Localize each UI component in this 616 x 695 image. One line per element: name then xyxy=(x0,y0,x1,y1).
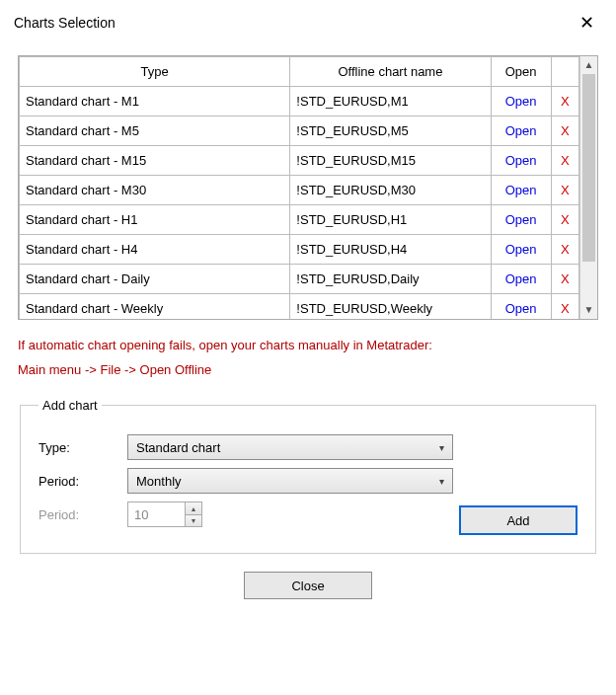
add-button[interactable]: Add xyxy=(459,505,578,535)
period-number-stepper: ▲ ▼ xyxy=(127,502,202,527)
col-header-delete[interactable] xyxy=(551,57,578,87)
col-header-open[interactable]: Open xyxy=(491,57,551,87)
table-row: Standard chart - M5!STD_EURUSD,M5OpenX xyxy=(20,116,579,146)
type-label: Type: xyxy=(38,440,127,455)
cell-type: Standard chart - Daily xyxy=(20,265,290,294)
period-select[interactable]: Monthly ▾ xyxy=(127,468,453,494)
delete-icon[interactable]: X xyxy=(551,265,578,294)
period-number-input xyxy=(127,502,185,527)
cell-name: !STD_EURUSD,M30 xyxy=(290,176,491,205)
open-link[interactable]: Open xyxy=(491,235,551,265)
table-row: Standard chart - Weekly!STD_EURUSD,Weekl… xyxy=(20,294,579,320)
cell-type: Standard chart - M1 xyxy=(20,87,290,116)
cell-type: Standard chart - H4 xyxy=(20,235,290,265)
cell-name: !STD_EURUSD,Daily xyxy=(290,265,491,294)
table-row: Standard chart - M15!STD_EURUSD,M15OpenX xyxy=(20,146,579,176)
window-title: Charts Selection xyxy=(14,15,116,31)
charts-table: Type Offline chart name Open Standard ch… xyxy=(18,55,598,320)
cell-name: !STD_EURUSD,M1 xyxy=(290,87,491,116)
cell-type: Standard chart - M30 xyxy=(20,176,290,205)
chevron-down-icon: ▾ xyxy=(439,442,444,453)
col-header-name[interactable]: Offline chart name xyxy=(290,57,491,87)
period-label: Period: xyxy=(38,474,127,489)
cell-type: Standard chart - M5 xyxy=(20,116,290,146)
delete-icon[interactable]: X xyxy=(551,176,578,205)
open-link[interactable]: Open xyxy=(491,176,551,205)
period-number-label: Period: xyxy=(38,507,127,522)
add-chart-legend: Add chart xyxy=(38,398,102,413)
hint-text: If automatic chart opening fails, open y… xyxy=(18,334,598,382)
scroll-thumb[interactable] xyxy=(582,74,595,262)
delete-icon[interactable]: X xyxy=(551,146,578,176)
period-select-value: Monthly xyxy=(136,474,182,489)
scroll-down-icon[interactable]: ▼ xyxy=(584,301,594,319)
cell-name: !STD_EURUSD,H1 xyxy=(290,205,491,235)
delete-icon[interactable]: X xyxy=(551,116,578,146)
scroll-up-icon[interactable]: ▲ xyxy=(584,56,594,74)
title-bar: Charts Selection ✕ xyxy=(0,0,616,43)
cell-name: !STD_EURUSD,M15 xyxy=(290,146,491,176)
type-select-value: Standard chart xyxy=(136,440,220,455)
add-chart-group: Add chart Type: Standard chart ▾ Period:… xyxy=(20,398,596,554)
table-row: Standard chart - H1!STD_EURUSD,H1OpenX xyxy=(20,205,579,235)
cell-type: Standard chart - M15 xyxy=(20,146,290,176)
open-link[interactable]: Open xyxy=(491,265,551,294)
open-link[interactable]: Open xyxy=(491,146,551,176)
spin-up-icon: ▲ xyxy=(186,502,201,515)
delete-icon[interactable]: X xyxy=(551,205,578,235)
cell-type: Standard chart - H1 xyxy=(20,205,290,235)
cell-name: !STD_EURUSD,H4 xyxy=(290,235,491,265)
table-header-row: Type Offline chart name Open xyxy=(20,57,579,87)
delete-icon[interactable]: X xyxy=(551,235,578,265)
cell-name: !STD_EURUSD,Weekly xyxy=(290,294,491,320)
table-row: Standard chart - H4!STD_EURUSD,H4OpenX xyxy=(20,235,579,265)
spin-down-icon: ▼ xyxy=(186,515,201,527)
cell-name: !STD_EURUSD,M5 xyxy=(290,116,491,146)
hint-line-2: Main menu -> File -> Open Offline xyxy=(18,358,598,383)
table-row: Standard chart - Daily!STD_EURUSD,DailyO… xyxy=(20,265,579,294)
open-link[interactable]: Open xyxy=(491,116,551,146)
scroll-track[interactable] xyxy=(580,74,597,301)
hint-line-1: If automatic chart opening fails, open y… xyxy=(18,334,598,358)
table-row: Standard chart - M30!STD_EURUSD,M30OpenX xyxy=(20,176,579,205)
delete-icon[interactable]: X xyxy=(551,294,578,320)
open-link[interactable]: Open xyxy=(491,87,551,116)
table-row: Standard chart - M1!STD_EURUSD,M1OpenX xyxy=(20,87,579,116)
cell-type: Standard chart - Weekly xyxy=(20,294,290,320)
close-icon[interactable]: ✕ xyxy=(570,8,604,38)
col-header-type[interactable]: Type xyxy=(20,57,290,87)
type-select[interactable]: Standard chart ▾ xyxy=(127,434,453,460)
delete-icon[interactable]: X xyxy=(551,87,578,116)
chevron-down-icon: ▾ xyxy=(439,476,444,487)
open-link[interactable]: Open xyxy=(491,294,551,320)
close-button[interactable]: Close xyxy=(244,572,372,599)
scrollbar[interactable]: ▲ ▼ xyxy=(579,56,597,319)
open-link[interactable]: Open xyxy=(491,205,551,235)
